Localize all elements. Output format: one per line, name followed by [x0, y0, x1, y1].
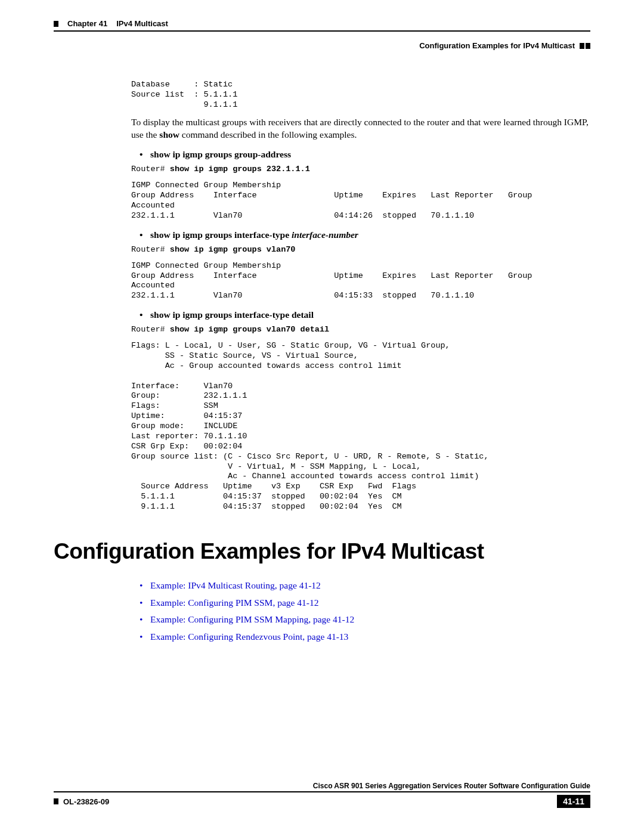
page-number: 41-11 [557, 795, 590, 808]
bullet-text: show ip igmp groups interface-type [150, 230, 289, 240]
bullet-heading-1: show ip igmp groups group-address [131, 149, 590, 160]
footer-bottom: OL-23826-09 41-11 [54, 795, 590, 808]
bullet-heading-3: show ip igmp groups interface-type detai… [131, 309, 590, 320]
page-header: Chapter 41 IPv4 Multicast [54, 19, 590, 28]
command-text: show ip igmp groups 232.1.1.1 [170, 165, 310, 174]
output-block-1: IGMP Connected Group Membership Group Ad… [131, 181, 590, 221]
prompt: Router# [131, 325, 170, 334]
marker-box-icon [586, 43, 590, 49]
section-title: Configuration Examples for IPv4 Multicas… [54, 539, 590, 564]
prompt: Router# [131, 245, 170, 254]
chapter-title: IPv4 Multicast [116, 19, 168, 28]
header-left: Chapter 41 IPv4 Multicast [54, 19, 168, 28]
para-text: command described in the following examp… [179, 129, 357, 140]
code-block-database: Database : Static Source list : 5.1.1.1 … [131, 80, 590, 110]
command-line-1: Router# show ip igmp groups 232.1.1.1 [131, 165, 590, 175]
prompt: Router# [131, 165, 170, 174]
bullet-text: show ip igmp groups interface-type detai… [150, 309, 314, 320]
output-block-2: IGMP Connected Group Membership Group Ad… [131, 261, 590, 302]
link-item[interactable]: Example: Configuring PIM SSM, page 41-12 [150, 594, 590, 612]
footer-guide-title: Cisco ASR 901 Series Aggregation Service… [54, 782, 590, 792]
footer-marker-icon [54, 798, 58, 804]
bullet-text: show ip igmp groups group-address [150, 149, 291, 159]
command-line-2: Router# show ip igmp groups vlan70 [131, 245, 590, 255]
doc-id: OL-23826-09 [63, 797, 109, 806]
header-rule [54, 30, 590, 32]
page-footer: Cisco ASR 901 Series Aggregation Service… [54, 782, 590, 808]
section-marker-icon [580, 43, 590, 49]
page: Chapter 41 IPv4 Multicast Configuration … [0, 0, 644, 833]
link-item[interactable]: Example: Configuring Rendezvous Point, p… [150, 628, 590, 646]
link-item[interactable]: Example: IPv4 Multicast Routing, page 41… [150, 577, 590, 594]
marker-box-icon [580, 43, 584, 49]
paragraph-intro: To display the multicast groups with rec… [131, 116, 590, 141]
chapter-label: Chapter 41 [67, 19, 107, 28]
output-block-3: Flags: L - Local, U - User, SG - Static … [131, 341, 590, 512]
header-right-wrap: Configuration Examples for IPv4 Multicas… [54, 41, 590, 50]
command-line-3: Router# show ip igmp groups vlan70 detai… [131, 325, 590, 335]
content-area: Database : Static Source list : 5.1.1.1 … [54, 50, 590, 646]
footer-left: OL-23826-09 [54, 797, 109, 806]
chapter-marker-icon [54, 21, 58, 27]
bullet-italic: interface-number [289, 230, 358, 240]
link-item[interactable]: Example: Configuring PIM SSM Mapping, pa… [150, 611, 590, 628]
link-list: Example: IPv4 Multicast Routing, page 41… [131, 577, 590, 646]
section-breadcrumb: Configuration Examples for IPv4 Multicas… [419, 41, 575, 50]
show-keyword: show [159, 129, 179, 140]
command-text: show ip igmp groups vlan70 [170, 245, 296, 254]
command-text: show ip igmp groups vlan70 detail [170, 325, 329, 334]
bullet-heading-2: show ip igmp groups interface-type inter… [131, 230, 590, 240]
